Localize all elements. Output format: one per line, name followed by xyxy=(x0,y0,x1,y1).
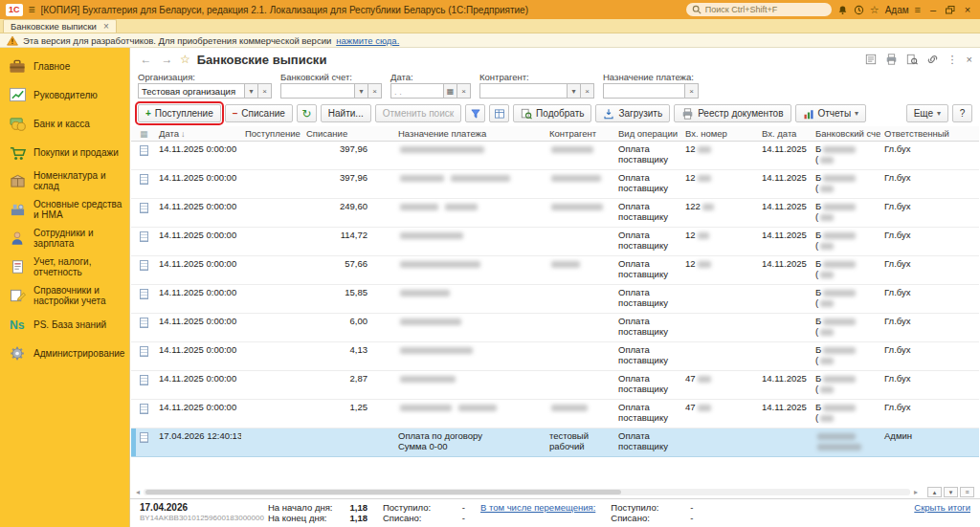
table-row[interactable]: 14.11.2025 0:00:0057,66Оплата поставщику… xyxy=(131,255,979,284)
list-nav-up-button[interactable]: ▴ xyxy=(927,487,942,497)
payment-purpose-clear-icon[interactable]: × xyxy=(685,83,699,99)
refresh-button[interactable]: ↻ xyxy=(297,104,317,122)
date-clear-icon[interactable]: × xyxy=(457,83,471,99)
filter-button[interactable] xyxy=(465,104,485,122)
tab-close-icon[interactable]: × xyxy=(103,21,109,32)
table-row[interactable]: 14.11.2025 0:00:00397,96Оплата поставщик… xyxy=(131,141,979,169)
organization-choose-icon[interactable]: ▾ xyxy=(245,83,258,99)
column-receipt[interactable]: Поступление xyxy=(241,126,302,141)
received-label: Поступило: xyxy=(383,502,431,513)
close-form-button[interactable]: × xyxy=(967,54,972,65)
sidebar-item-accounting-taxes[interactable]: Учет, налоги, отчетность xyxy=(0,253,129,281)
table-row[interactable]: 14.11.2025 0:00:004,13Оплата поставщикуБ… xyxy=(131,341,979,370)
pick-button[interactable]: Подобрать xyxy=(513,104,591,122)
counterparty-clear-icon[interactable]: × xyxy=(581,83,594,99)
table-row[interactable]: 14.11.2025 0:00:006,00Оплата поставщикуБ… xyxy=(131,313,979,341)
tab-bank-statements[interactable]: Банковские выписки × xyxy=(3,19,117,33)
hide-totals-link[interactable]: Скрыть итоги xyxy=(914,502,970,513)
sidebar-item-main[interactable]: Главное xyxy=(0,52,129,80)
redacted-text xyxy=(445,204,478,210)
sidebar-item-inventory[interactable]: Номенклатура и склад xyxy=(0,166,129,195)
table-row[interactable]: 14.11.2025 0:00:001,25 Оплата поставщику… xyxy=(131,399,979,428)
bank-account-input[interactable] xyxy=(280,83,355,99)
table-row[interactable]: 17.04.2026 12:40:13Оплата по договоруСум… xyxy=(131,428,979,456)
sidebar-item-administration[interactable]: Администрирование xyxy=(0,339,129,367)
table-row[interactable]: 14.11.2025 0:00:002,87Оплата поставщику4… xyxy=(131,370,979,399)
help-button[interactable]: ? xyxy=(952,104,972,122)
list-nav-menu-button[interactable]: ≡ xyxy=(960,487,974,497)
sort-desc-icon: ↓ xyxy=(181,129,186,139)
calendar-icon[interactable]: ▦ xyxy=(444,83,457,99)
load-button[interactable]: Загрузить xyxy=(595,104,670,122)
notifications-bell-icon[interactable] xyxy=(837,5,848,15)
main-menu-icon[interactable]: ≡ xyxy=(29,3,35,16)
sidebar-item-knowledge-base[interactable]: Ns PS. База знаний xyxy=(0,310,129,339)
table-row[interactable]: 14.11.2025 0:00:00249,60 Оплата поставщи… xyxy=(131,198,979,227)
documents-registry-button[interactable]: Реестр документов xyxy=(674,104,791,122)
counterparty-input[interactable] xyxy=(479,83,568,99)
link-icon[interactable] xyxy=(926,54,939,65)
redacted-text xyxy=(551,146,593,153)
global-search-input[interactable]: Поиск Ctrl+Shift+F xyxy=(686,3,832,16)
table-row[interactable]: 14.11.2025 0:00:0015,85Оплата поставщику… xyxy=(131,284,979,313)
table-row[interactable]: 14.11.2025 0:00:00397,96 Оплата поставщи… xyxy=(131,169,979,198)
cancel-search-button[interactable]: Отменить поиск xyxy=(375,104,461,122)
bank-account-clear-icon[interactable]: × xyxy=(368,83,382,99)
more-button[interactable]: Еще ▾ xyxy=(906,104,948,122)
sidebar-item-directories-settings[interactable]: Справочники и настройки учета xyxy=(0,281,129,310)
purchase-link[interactable]: нажмите сюда. xyxy=(336,35,399,46)
column-counterparty[interactable]: Контрагент xyxy=(546,126,614,141)
table-header-row[interactable]: ▦ Дата↓ Поступление Списание Назначение … xyxy=(131,126,979,141)
column-bank-account[interactable]: Банковский счет xyxy=(812,126,880,141)
sidebar-item-fixed-assets[interactable]: Основные средства и НМА xyxy=(0,195,129,224)
find-button[interactable]: Найти... xyxy=(321,104,371,122)
current-user[interactable]: Адам xyxy=(885,5,909,15)
column-in-date[interactable]: Вх. дата xyxy=(758,126,812,141)
including-transfers-link[interactable]: В том числе перемещения: xyxy=(480,502,595,513)
list-settings-button[interactable] xyxy=(489,104,509,122)
date-input[interactable]: . . xyxy=(390,83,444,99)
sidebar-item-manager[interactable]: Руководителю xyxy=(0,80,129,109)
close-window-button[interactable]: × xyxy=(961,4,974,15)
sidebar-item-employees-payroll[interactable]: Сотрудники и зарплата xyxy=(0,224,129,253)
scrollbar-thumb[interactable] xyxy=(145,490,621,494)
list-nav-down-button[interactable]: ▾ xyxy=(944,487,958,497)
more-menu-icon[interactable]: ⋮ xyxy=(947,54,958,66)
reports-button[interactable]: Отчеты ▾ xyxy=(795,104,867,122)
receipt-button[interactable]: + Поступление xyxy=(138,104,221,122)
column-operation[interactable]: Вид операции xyxy=(614,126,681,141)
restore-window-button[interactable] xyxy=(946,6,955,14)
minimize-button[interactable]: – xyxy=(926,4,940,15)
sidebar-item-bank-cash[interactable]: Банк и касса xyxy=(0,109,129,138)
writeoff-button[interactable]: – Списание xyxy=(225,104,293,122)
sidebar-item-purchases-sales[interactable]: Покупки и продажи xyxy=(0,138,129,166)
print-icon[interactable] xyxy=(885,54,898,65)
organization-input[interactable]: Тестовая организация xyxy=(138,83,245,99)
scroll-right-icon[interactable]: ▸ xyxy=(914,488,918,496)
table-row[interactable]: 14.11.2025 0:00:00114,72Оплата поставщик… xyxy=(131,227,979,255)
payment-purpose-input[interactable] xyxy=(603,83,685,99)
column-in-number[interactable]: Вх. номер xyxy=(681,126,758,141)
counterparty-choose-icon[interactable]: ▾ xyxy=(568,83,581,99)
knowledge-base-icon: Ns xyxy=(7,318,28,332)
report-icon[interactable] xyxy=(865,54,877,65)
statements-list: ▦ Дата↓ Поступление Списание Назначение … xyxy=(130,126,980,486)
redacted-text xyxy=(823,318,856,325)
organization-clear-icon[interactable]: × xyxy=(258,83,272,99)
column-purpose[interactable]: Назначение платежа xyxy=(394,126,546,141)
forward-button[interactable]: → xyxy=(159,52,175,68)
column-responsible[interactable]: Ответственный xyxy=(880,126,979,141)
favorites-star-icon[interactable]: ☆ xyxy=(870,4,880,16)
column-writeoff[interactable]: Списание xyxy=(302,126,394,141)
preview-icon[interactable] xyxy=(906,54,918,65)
scroll-left-icon[interactable]: ◂ xyxy=(136,488,140,496)
back-button[interactable]: ← xyxy=(138,52,154,68)
history-icon[interactable] xyxy=(854,5,864,15)
redacted-text xyxy=(823,347,856,354)
bank-account-choose-icon[interactable]: ▾ xyxy=(355,83,368,99)
cart-icon xyxy=(7,144,28,161)
scrollbar-track[interactable] xyxy=(144,489,910,495)
favorite-star-icon[interactable]: ☆ xyxy=(180,53,190,66)
column-date[interactable]: Дата↓ xyxy=(155,126,241,141)
service-menu-icon[interactable]: ≡ xyxy=(915,4,921,15)
